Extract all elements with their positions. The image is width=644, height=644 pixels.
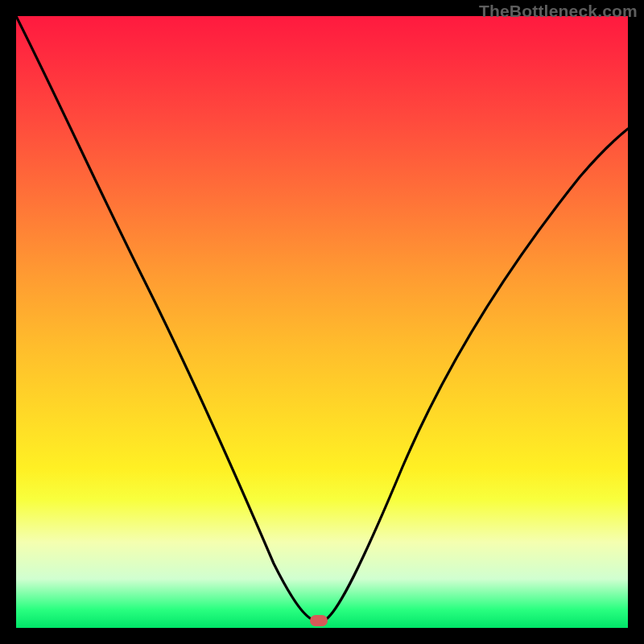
bottleneck-curve-path <box>16 16 628 620</box>
optimal-point-marker <box>310 615 328 626</box>
chart-frame: TheBottleneck.com <box>0 0 644 644</box>
bottleneck-line <box>16 16 628 628</box>
chart-plot-area <box>16 16 628 628</box>
attribution-label: TheBottleneck.com <box>479 2 638 21</box>
